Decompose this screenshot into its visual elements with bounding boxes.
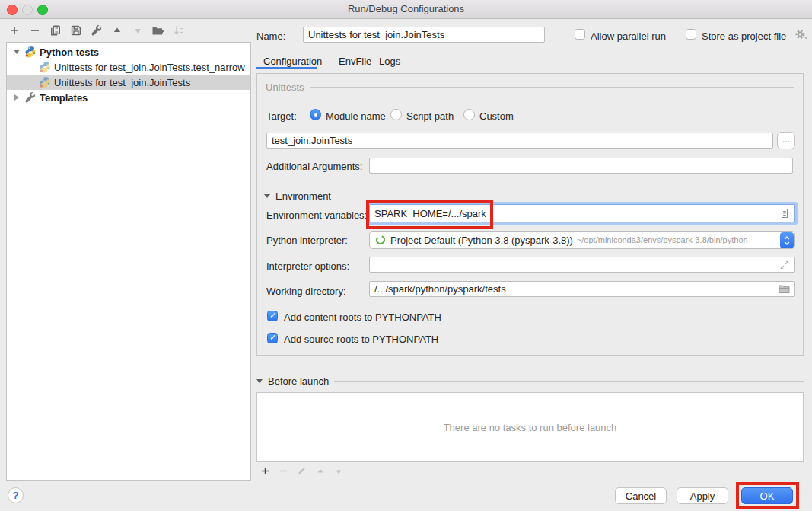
move-up-icon[interactable] <box>110 24 123 37</box>
working-directory-label: Working directory: <box>266 286 346 297</box>
tree-item-label: Python tests <box>40 46 99 58</box>
tree-item-label: Unittests for test_join.JoinTests <box>54 77 190 88</box>
environment-variables-input[interactable]: SPARK_HOME=/.../spark <box>369 204 795 222</box>
tab-logs[interactable]: Logs <box>379 56 400 67</box>
module-name-input[interactable]: test_join.JoinTests <box>266 133 773 149</box>
run-debug-configurations-dialog: Run/Debug Configurations <box>0 0 812 511</box>
active-tab-underline <box>256 67 317 69</box>
move-down-icon <box>131 24 144 37</box>
configurations-tree: Python tests Unittests for test_join.Joi… <box>6 42 251 481</box>
edit-variables-list-icon[interactable] <box>779 208 790 219</box>
tab-configuration[interactable]: Configuration <box>263 56 322 67</box>
tree-item-unittests-jointests[interactable]: Unittests for test_join.JoinTests <box>7 75 250 90</box>
before-launch-task-list: There are no tasks to run before launch <box>256 392 804 462</box>
collapse-arrow-icon[interactable] <box>12 50 21 54</box>
add-task-icon[interactable] <box>260 465 271 477</box>
remove-configuration-icon[interactable] <box>28 24 41 37</box>
tree-item-templates[interactable]: Templates <box>7 90 250 105</box>
add-content-roots-label: Add content roots to PYTHONPATH <box>284 311 441 323</box>
expand-arrow-icon[interactable] <box>12 94 21 101</box>
close-button[interactable] <box>7 5 18 15</box>
edit-task-icon <box>296 465 307 477</box>
divider <box>310 87 794 88</box>
store-as-project-file-label: Store as project file <box>702 30 786 42</box>
interpreter-options-input[interactable] <box>369 257 795 273</box>
additional-arguments-label: Additional Arguments: <box>266 161 362 172</box>
move-task-up-icon <box>314 465 326 477</box>
tree-item-label: Unittests for test_join.JoinTests.test_n… <box>54 62 245 73</box>
edit-templates-wrench-icon[interactable] <box>90 24 103 37</box>
browse-folder-icon[interactable] <box>779 284 790 294</box>
add-configuration-icon[interactable] <box>8 24 21 37</box>
python-test-config-icon <box>39 61 51 73</box>
interpreter-options-label: Interpreter options: <box>266 260 349 272</box>
radio-module-name-label: Module name <box>326 110 386 122</box>
apply-button[interactable]: Apply <box>677 487 728 504</box>
radio-script-path[interactable] <box>390 109 402 120</box>
collapse-arrow-icon[interactable] <box>264 194 270 198</box>
working-directory-input[interactable]: /.../spark/python/pyspark/tests <box>369 281 795 297</box>
copy-configuration-icon[interactable] <box>49 24 62 37</box>
collapse-arrow-icon[interactable] <box>256 379 263 383</box>
additional-arguments-input[interactable] <box>369 158 793 174</box>
tree-item-unittests-test-narrow[interactable]: Unittests for test_join.JoinTests.test_n… <box>7 59 250 75</box>
divider <box>334 381 804 382</box>
add-source-roots-label: Add source roots to PYTHONPATH <box>284 334 438 345</box>
gear-icon[interactable] <box>794 28 808 40</box>
name-input[interactable] <box>303 27 545 43</box>
environment-variables-label: Environment variables: <box>266 209 367 221</box>
dropdown-stepper-icon[interactable] <box>780 232 794 248</box>
help-button[interactable]: ? <box>8 487 24 503</box>
configuration-panel: Unittests Target: Module name Script pat… <box>256 73 804 356</box>
radio-module-name[interactable] <box>310 109 321 120</box>
tree-item-python-tests[interactable]: Python tests <box>7 44 250 59</box>
checkbox-store-as-project-file[interactable] <box>686 29 696 40</box>
move-task-down-icon <box>333 465 344 477</box>
footer-divider <box>0 481 812 481</box>
remove-task-icon <box>278 465 289 477</box>
radio-custom[interactable] <box>463 109 475 120</box>
checkbox-add-content-roots[interactable] <box>267 311 278 321</box>
ok-button[interactable]: OK <box>741 487 793 504</box>
python-interpreter-path: ~/opt/miniconda3/envs/pyspark-3.8/bin/py… <box>577 235 748 244</box>
radio-script-path-label: Script path <box>406 110 454 122</box>
checkbox-allow-parallel-run[interactable] <box>575 29 585 40</box>
allow-parallel-run-label: Allow parallel run <box>591 30 666 42</box>
save-configuration-icon[interactable] <box>69 24 82 37</box>
minimize-button <box>22 5 33 15</box>
templates-wrench-icon <box>24 91 37 104</box>
before-launch-label: Before launch <box>268 375 329 387</box>
environment-section-label: Environment <box>275 190 331 202</box>
tree-item-label: Templates <box>40 92 88 104</box>
python-interpreter-label: Python interpreter: <box>266 235 348 246</box>
zoom-button[interactable] <box>37 5 48 15</box>
before-launch-empty-text: There are no tasks to run before launch <box>444 422 617 433</box>
unittests-group-header: Unittests <box>266 81 794 93</box>
tab-envfile[interactable]: EnvFile <box>339 56 371 67</box>
name-label: Name: <box>256 30 285 42</box>
before-launch-toolbar <box>260 465 344 477</box>
environment-section-header[interactable]: Environment <box>264 190 795 202</box>
divider <box>336 196 795 196</box>
radio-custom-label: Custom <box>479 110 514 122</box>
cancel-button[interactable]: Cancel <box>615 487 667 504</box>
new-folder-icon[interactable] <box>151 24 164 37</box>
python-interpreter-select[interactable]: Project Default (Python 3.8 (pyspark-3.8… <box>369 231 795 249</box>
python-tests-icon <box>24 46 37 58</box>
before-launch-section-header[interactable]: Before launch <box>256 375 804 387</box>
checkbox-add-source-roots[interactable] <box>267 333 278 343</box>
configurations-toolbar <box>8 24 185 37</box>
window-title: Run/Debug Configurations <box>0 0 812 18</box>
unittests-group-label: Unittests <box>266 81 304 93</box>
target-label: Target: <box>266 110 297 122</box>
browse-button[interactable]: ... <box>777 132 795 149</box>
working-directory-value: /.../spark/python/pyspark/tests <box>374 283 506 295</box>
sort-alphabetically-icon <box>172 24 185 37</box>
module-name-value: test_join.JoinTests <box>272 135 352 146</box>
environment-variables-value: SPARK_HOME=/.../spark <box>374 208 486 219</box>
conda-env-icon <box>375 235 386 245</box>
python-test-config-icon <box>39 76 51 88</box>
python-interpreter-value: Project Default (Python 3.8 (pyspark-3.8… <box>390 235 573 246</box>
title-bar: Run/Debug Configurations <box>0 0 812 19</box>
expand-editor-icon[interactable] <box>779 260 790 270</box>
